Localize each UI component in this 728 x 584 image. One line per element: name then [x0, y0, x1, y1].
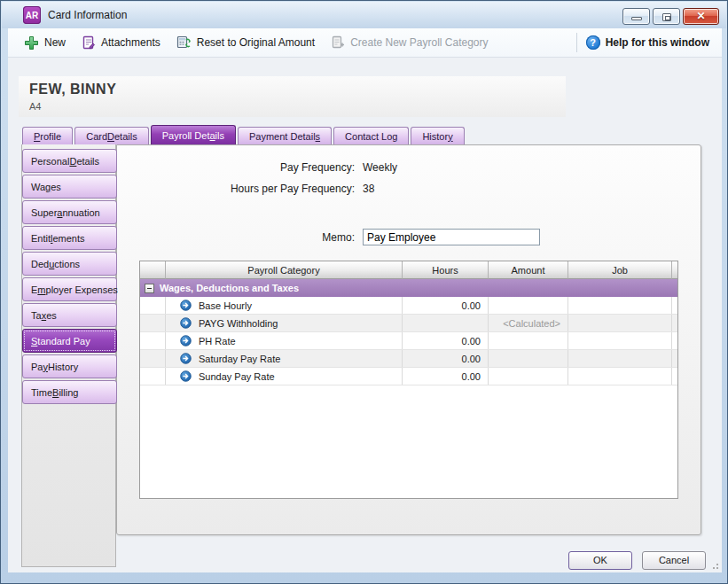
job-cell[interactable]: [568, 332, 672, 349]
zoom-arrow-icon[interactable]: [180, 317, 192, 329]
employee-header: FEW, BINNY A4: [19, 76, 566, 117]
payroll-category-cell[interactable]: Sunday Pay Rate: [166, 368, 403, 385]
table-body: Base Hourly0.00PAYG Withholding<Calculat…: [140, 297, 677, 385]
minimize-icon: [631, 17, 642, 20]
side-tab-strip: Personal DetailsWagesSuperannuationEntit…: [21, 144, 116, 567]
hours-cell[interactable]: 0.00: [403, 350, 489, 367]
amount-cell[interactable]: [489, 332, 568, 349]
collapse-minus-icon[interactable]: [145, 284, 154, 293]
row-end-cell: [672, 368, 678, 385]
side-tab-entitlements[interactable]: Entitlements: [22, 226, 117, 250]
hours-cell[interactable]: 0.00: [403, 297, 489, 314]
resize-grip[interactable]: [710, 561, 719, 570]
hours-cell[interactable]: 0.00: [403, 368, 489, 385]
row-selector-cell[interactable]: [140, 332, 166, 349]
payroll-category-cell[interactable]: Base Hourly: [166, 297, 403, 314]
payroll-category-cell[interactable]: PH Rate: [166, 332, 403, 349]
help-button[interactable]: ? Help for this window: [586, 35, 709, 50]
table-group-row: Wages, Deductions and Taxes: [140, 279, 677, 297]
col-header-blank[interactable]: [672, 261, 678, 279]
employee-card-id: A4: [29, 101, 555, 112]
hours-cell[interactable]: [403, 315, 489, 331]
help-label: Help for this window: [606, 36, 709, 49]
side-tab-personal-details[interactable]: Personal Details: [22, 149, 117, 173]
table-row[interactable]: Base Hourly0.00: [140, 297, 677, 315]
row-selector-cell[interactable]: [140, 368, 166, 385]
tab-contact-log[interactable]: Contact Log: [333, 127, 409, 144]
table-row[interactable]: PAYG Withholding<Calculated>: [140, 315, 677, 332]
tab-profile[interactable]: Profile: [22, 127, 73, 144]
payroll-category-cell[interactable]: Saturday Pay Rate: [166, 350, 403, 367]
row-end-cell: [672, 332, 678, 349]
col-header-hours[interactable]: Hours: [403, 261, 489, 279]
zoom-arrow-icon[interactable]: [180, 370, 192, 382]
row-selector-cell[interactable]: [140, 297, 166, 314]
zoom-arrow-icon[interactable]: [180, 353, 192, 364]
attachments-button[interactable]: Attachments: [82, 35, 160, 50]
col-header-amount[interactable]: Amount: [489, 261, 568, 279]
new-button[interactable]: New: [24, 35, 66, 51]
create-category-label: Create New Payroll Category: [350, 36, 488, 49]
attachments-icon: [82, 35, 96, 50]
app-badge-ar-icon: AR: [23, 6, 41, 24]
hours-cell[interactable]: 0.00: [403, 332, 489, 349]
tab-payroll-details[interactable]: Payroll Details: [151, 125, 236, 144]
amount-cell[interactable]: [489, 350, 568, 367]
card-information-window: AR Card Information ✕ New: [0, 0, 728, 584]
side-tab-pay-history[interactable]: Pay History: [22, 354, 117, 378]
ok-button[interactable]: OK: [568, 551, 632, 570]
table-header-row: Payroll CategoryHoursAmountJob: [140, 261, 677, 279]
amount-cell[interactable]: [489, 368, 568, 385]
pay-frequency-value: Weekly: [363, 161, 397, 174]
window-title: Card Information: [48, 9, 127, 21]
cancel-button[interactable]: Cancel: [642, 551, 706, 570]
side-tab-wages[interactable]: Wages: [22, 175, 117, 199]
create-category-icon: [331, 35, 345, 50]
zoom-arrow-icon[interactable]: [180, 300, 192, 311]
row-end-cell: [672, 315, 678, 331]
payroll-category-cell[interactable]: PAYG Withholding: [166, 315, 403, 331]
table-row[interactable]: PH Rate0.00: [140, 332, 677, 350]
side-tab-deductions[interactable]: Deductions: [22, 252, 117, 276]
table-row[interactable]: Sunday Pay Rate0.00: [140, 368, 677, 385]
restore-icon: [662, 13, 671, 21]
pay-frequency-label: Pay Frequency:: [117, 161, 355, 174]
titlebar[interactable]: AR Card Information ✕: [2, 2, 726, 28]
amount-cell[interactable]: <Calculated>: [489, 315, 568, 331]
create-new-payroll-category-button: Create New Payroll Category: [331, 35, 488, 50]
group-row-label: Wages, Deductions and Taxes: [160, 283, 299, 293]
job-cell[interactable]: [568, 297, 672, 314]
tab-history[interactable]: History: [411, 127, 464, 144]
job-cell[interactable]: [568, 315, 672, 331]
amount-cell[interactable]: [489, 297, 568, 314]
tab-card-details[interactable]: Card Details: [74, 127, 148, 144]
payroll-category-label: Sunday Pay Rate: [199, 371, 275, 382]
payroll-category-label: Base Hourly: [199, 300, 252, 311]
memo-input[interactable]: [363, 229, 540, 245]
tab-payment-details[interactable]: Payment Details: [238, 127, 332, 144]
calculated-amount-label: <Calculated>: [503, 318, 560, 329]
zoom-arrow-icon[interactable]: [180, 335, 192, 347]
col-header-blank[interactable]: [140, 261, 166, 279]
job-cell[interactable]: [568, 368, 672, 385]
minimize-button[interactable]: [622, 8, 650, 25]
toolbar-separator: [576, 33, 577, 52]
new-plus-icon: [24, 35, 39, 51]
restore-button[interactable]: [653, 8, 680, 25]
row-selector-cell[interactable]: [140, 315, 166, 331]
side-tab-time-billing[interactable]: Time Billing: [22, 380, 117, 404]
col-header-job[interactable]: Job: [568, 261, 672, 279]
side-tab-superannuation[interactable]: Superannuation: [22, 200, 117, 224]
row-selector-cell[interactable]: [140, 350, 166, 367]
table-row[interactable]: Saturday Pay Rate0.00: [140, 350, 677, 368]
toolbar: New Attachments: [8, 28, 722, 58]
side-tab-employer-expenses[interactable]: Employer Expenses: [22, 277, 117, 301]
side-tab-taxes[interactable]: Taxes: [22, 303, 117, 327]
job-cell[interactable]: [568, 350, 672, 367]
close-button[interactable]: ✕: [683, 8, 719, 25]
row-end-cell: [672, 297, 678, 314]
side-tab-standard-pay[interactable]: Standard Pay: [22, 329, 117, 353]
standard-pay-table: Payroll CategoryHoursAmountJob Wages, De…: [139, 261, 678, 499]
reset-original-amount-button[interactable]: Reset to Original Amount: [176, 35, 315, 50]
col-header-payroll-category[interactable]: Payroll Category: [166, 261, 403, 279]
